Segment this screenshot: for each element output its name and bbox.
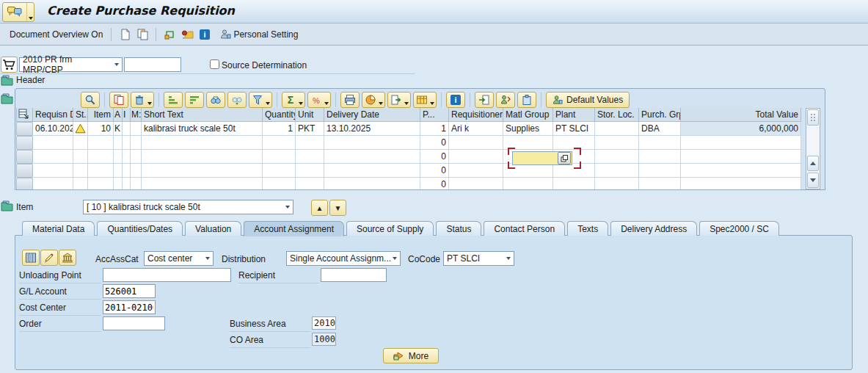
subtotal-icon[interactable]: %: [307, 92, 331, 108]
details-icon[interactable]: [81, 92, 100, 108]
column-header[interactable]: P...: [420, 108, 449, 122]
row-selector[interactable]: [16, 178, 33, 189]
cell-purch-grp[interactable]: DBA: [639, 122, 681, 136]
gl-account-input[interactable]: [103, 284, 156, 298]
tab-material-data[interactable]: Material Data: [22, 221, 95, 236]
column-header[interactable]: Requisitioner: [449, 108, 503, 122]
tab-quantities-dates[interactable]: Quantities/Dates: [97, 221, 183, 236]
row-selector[interactable]: [16, 136, 33, 150]
find-next-icon[interactable]: [227, 92, 247, 108]
recipient-input[interactable]: [321, 268, 387, 282]
column-header[interactable]: Quantity: [263, 108, 296, 122]
menu-dropdown-arrow-icon[interactable]: [26, 3, 34, 21]
document-number-input[interactable]: [124, 57, 181, 72]
cell-quantity[interactable]: 1: [263, 122, 296, 136]
sort-ascending-icon[interactable]: [164, 92, 183, 108]
column-header[interactable]: Short Text: [142, 108, 263, 122]
layout-icon[interactable]: [413, 92, 437, 108]
scrollbar-track[interactable]: [806, 126, 820, 155]
delete-icon[interactable]: [131, 92, 154, 108]
grid-info-icon[interactable]: i: [446, 92, 465, 108]
personalize-icon[interactable]: [496, 92, 515, 108]
repeat-account-assignment-icon[interactable]: [22, 250, 40, 266]
views-icon[interactable]: [362, 92, 385, 108]
order-input[interactable]: [103, 316, 165, 330]
cell-p[interactable]: 0: [420, 136, 449, 150]
cell-total-value[interactable]: 6,000,000: [681, 122, 801, 136]
copy-document-icon[interactable]: [134, 26, 151, 43]
scroll-down-icon[interactable]: [807, 173, 819, 188]
adopt-icon[interactable]: [475, 92, 494, 108]
cell-unit[interactable]: PKT: [296, 122, 324, 136]
tab-spec2000-sc[interactable]: Spec2000 / SC: [699, 221, 779, 236]
tab-delivery-address[interactable]: Delivery Address: [610, 221, 697, 236]
next-item-button[interactable]: ▼: [329, 200, 346, 216]
bank-details-icon[interactable]: [59, 250, 76, 266]
expand-header-icon[interactable]: [1, 74, 13, 86]
column-header[interactable]: Purch. Grp: [639, 108, 681, 122]
source-determination-checkbox[interactable]: [210, 59, 219, 69]
copy-rows-icon[interactable]: [109, 92, 128, 108]
more-button[interactable]: More: [383, 348, 439, 363]
cell-p[interactable]: 0: [420, 164, 449, 178]
find-icon[interactable]: [206, 92, 225, 108]
scroll-up-icon[interactable]: [807, 156, 819, 171]
default-values-button[interactable]: Default Values: [546, 92, 630, 108]
personal-setting-button[interactable]: Personal Setting: [216, 26, 302, 43]
column-header[interactable]: Unit: [296, 108, 324, 122]
info-icon[interactable]: i: [196, 26, 214, 43]
hold-icon[interactable]: [517, 92, 536, 108]
cell-p[interactable]: 1: [420, 122, 449, 136]
select-all-icon[interactable]: [16, 108, 33, 122]
cell-requisn-date[interactable]: 06.10.2025: [33, 122, 73, 136]
cell-i[interactable]: [123, 122, 131, 136]
cell-a[interactable]: K: [114, 122, 123, 136]
acc-ass-cat-select[interactable]: Cost center: [144, 251, 214, 266]
tab-status[interactable]: Status: [436, 221, 481, 236]
export-icon[interactable]: [387, 92, 411, 108]
cell-item[interactable]: 10: [88, 122, 114, 136]
cell-stor-loc[interactable]: [595, 122, 639, 136]
print-icon[interactable]: [340, 92, 360, 108]
item-select[interactable]: [ 10 ] kalibrasi truck scale 50t: [83, 200, 293, 214]
column-header[interactable]: Matl Group: [503, 108, 553, 122]
scrollbar-grip[interactable]: [807, 109, 819, 126]
tab-source-of-supply[interactable]: Source of Supply: [346, 221, 434, 236]
cell-requisitioner[interactable]: Ari k: [449, 122, 503, 136]
warning-status-icon[interactable]: [73, 122, 88, 136]
collapse-grid-icon[interactable]: [1, 93, 13, 104]
row-selector[interactable]: [16, 150, 33, 164]
column-header[interactable]: M:: [131, 108, 142, 122]
tab-account-assignment[interactable]: Account Assignment: [244, 221, 344, 236]
new-document-icon[interactable]: [116, 26, 134, 43]
cell-p[interactable]: 0: [420, 178, 449, 189]
execute-icon[interactable]: [161, 26, 178, 43]
column-header[interactable]: Item: [88, 108, 114, 122]
column-header[interactable]: Requisn Date: [33, 108, 73, 122]
row-selector[interactable]: [16, 122, 33, 136]
document-overview-button[interactable]: Document Overview On: [6, 26, 106, 43]
cell-matl-group[interactable]: Supplies: [503, 122, 553, 136]
services-menu-button[interactable]: [2, 2, 34, 22]
cell-delivery-date[interactable]: 13.10.2025: [324, 122, 420, 136]
document-type-select[interactable]: 2010 PR frm MRP/CBP: [19, 57, 123, 72]
column-header[interactable]: Stor. Loc.: [595, 108, 639, 122]
cell-short-text[interactable]: kalibrasi truck scale 50t: [142, 122, 263, 136]
tab-contact-person[interactable]: Contact Person: [484, 221, 565, 236]
sum-icon[interactable]: Σ: [282, 92, 305, 108]
sort-descending-icon[interactable]: [185, 92, 204, 108]
previous-item-button[interactable]: ▲: [311, 200, 328, 216]
column-header[interactable]: I: [123, 108, 131, 122]
column-header[interactable]: Delivery Date: [324, 108, 420, 122]
distribution-select[interactable]: Single Account Assignm...: [286, 251, 401, 266]
change-display-icon[interactable]: [40, 250, 58, 266]
unloading-point-input[interactable]: [103, 268, 231, 282]
multiple-selection-icon[interactable]: [558, 152, 571, 164]
column-header[interactable]: Total Value: [681, 108, 801, 122]
cell-m[interactable]: [131, 122, 142, 136]
column-header[interactable]: A: [114, 108, 123, 122]
cost-center-input[interactable]: [103, 300, 156, 314]
column-header[interactable]: Plant: [553, 108, 595, 122]
expand-item-icon[interactable]: [1, 200, 13, 211]
cell-plant[interactable]: PT SLCI: [553, 122, 595, 136]
